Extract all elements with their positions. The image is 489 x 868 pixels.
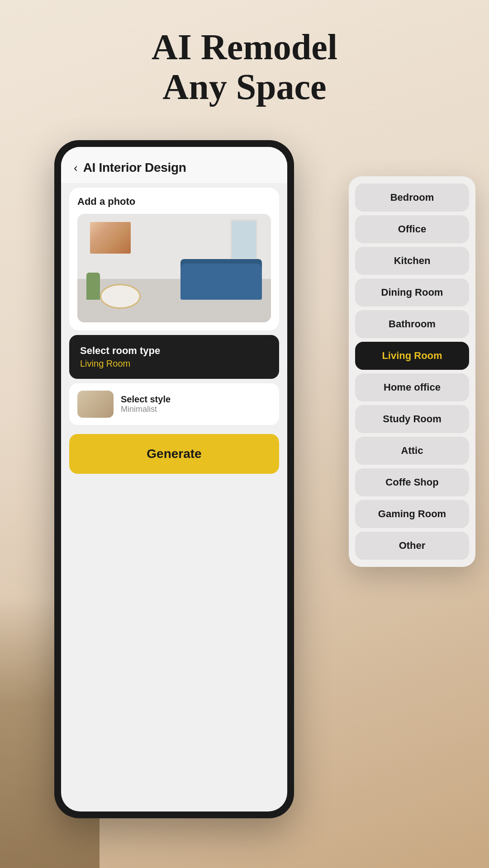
room-table [100, 284, 141, 309]
room-type-section[interactable]: Select room type Living Room [69, 335, 279, 379]
room-artwork [90, 222, 131, 254]
heading-line2: Any Space [0, 67, 489, 107]
room-type-label: Select room type [80, 345, 268, 357]
style-label: Select style [121, 394, 171, 405]
phone-header: ‹ AI Interior Design [61, 147, 287, 183]
phone-mockup: ‹ AI Interior Design Add a photo [54, 140, 294, 818]
back-icon[interactable]: ‹ [74, 161, 78, 175]
photo-section: Add a photo [69, 188, 279, 330]
dropdown-item-gaming-room[interactable]: Gaming Room [355, 500, 469, 528]
photo-preview[interactable] [77, 214, 271, 322]
room-scene [77, 214, 271, 322]
style-info: Select style Minimalist [121, 394, 171, 414]
dropdown-item-living-room[interactable]: Living Room [355, 342, 469, 370]
dropdown-item-bathroom[interactable]: Bathroom [355, 310, 469, 338]
dropdown-item-coffe-shop[interactable]: Coffe Shop [355, 468, 469, 496]
dropdown-item-attic[interactable]: Attic [355, 437, 469, 465]
dropdown-item-dining-room[interactable]: Dining Room [355, 278, 469, 307]
dropdown-item-bedroom[interactable]: Bedroom [355, 184, 469, 212]
photo-label: Add a photo [77, 196, 271, 208]
room-window [230, 219, 257, 260]
page-heading: AI Remodel Any Space [0, 27, 489, 107]
room-sofa [180, 264, 262, 300]
heading-line1: AI Remodel [0, 27, 489, 67]
dropdown-item-study-room[interactable]: Study Room [355, 405, 469, 433]
room-plant [86, 273, 100, 300]
dropdown-item-kitchen[interactable]: Kitchen [355, 247, 469, 275]
generate-button[interactable]: Generate [69, 434, 279, 474]
dropdown-item-office[interactable]: Office [355, 215, 469, 243]
dropdown-item-home-office[interactable]: Home office [355, 373, 469, 401]
phone-screen: ‹ AI Interior Design Add a photo [61, 147, 287, 811]
style-value: Minimalist [121, 405, 171, 414]
generate-section: Generate [69, 434, 279, 474]
room-type-value: Living Room [80, 359, 268, 369]
style-section[interactable]: Select style Minimalist [69, 383, 279, 425]
screen-title: AI Interior Design [83, 160, 186, 175]
dropdown-item-other[interactable]: Other [355, 532, 469, 560]
style-thumbnail [77, 391, 114, 418]
room-type-dropdown: BedroomOfficeKitchenDining RoomBathroomL… [349, 176, 475, 567]
